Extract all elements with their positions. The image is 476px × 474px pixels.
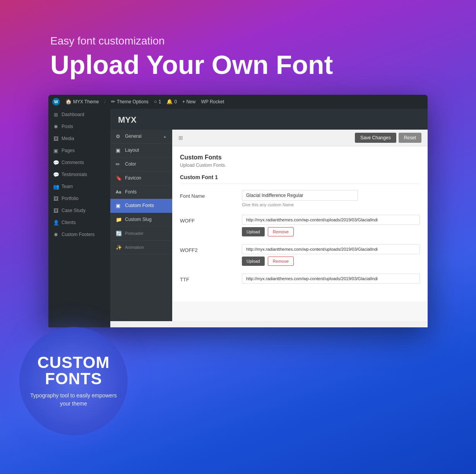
font-name-hint: Give this any custom Name (242, 202, 420, 207)
sidebar-item-custom-footers[interactable]: ✱ Custom Footers (48, 229, 110, 241)
sidebar-item-comments[interactable]: 💬 Comments (48, 157, 110, 169)
toolbar-rocket[interactable]: WP Rocket (201, 99, 224, 104)
pencil-icon: ✏ (111, 99, 115, 104)
circle-title-top: CUSTOM (37, 354, 110, 371)
sidebar-item-pages[interactable]: ▣ Pages (48, 145, 110, 157)
woff-url-input[interactable] (242, 215, 420, 225)
options-sidebar: ⚙ General ▲ ▣ Layout ✏ Color (110, 130, 172, 321)
options-panel: ⚙ General ▲ ▣ Layout ✏ Color (110, 130, 428, 321)
ttf-url-input[interactable] (242, 274, 420, 284)
font-name-input[interactable] (242, 190, 358, 201)
section-title: Custom Fonts (180, 154, 420, 161)
grid-view-icon[interactable]: ⊞ (178, 135, 183, 141)
wp-toolbar: W 🏠 MYX Theme / ✏ Theme Options ○ 1 🔔 0 … (48, 95, 428, 109)
chevron-up-icon: ▲ (163, 134, 167, 139)
toolbar-new[interactable]: + New (182, 99, 195, 104)
circle-title-bottom: FONTS (45, 371, 102, 387)
team-icon: 👥 (53, 184, 58, 190)
options-sidebar-layout[interactable]: ▣ Layout (110, 144, 172, 157)
home-icon: 🏠 (65, 99, 72, 104)
woff2-url-input[interactable] (242, 244, 420, 254)
options-sidebar-preloader[interactable]: 🔄 Preloader (110, 227, 172, 241)
woff2-row: WOFF2 Upload Remove (180, 244, 420, 266)
comments-icon: 💬 (53, 160, 58, 166)
woff-row: WOFF Upload Remove (180, 215, 420, 236)
main-background: Easy font customization Upload Your Own … (0, 0, 476, 474)
sidebar-item-media[interactable]: 🖼 Media (48, 133, 110, 145)
ttf-label: TTF (180, 274, 242, 282)
toolbar-notifications[interactable]: 🔔 0 (166, 99, 177, 104)
general-icon: ⚙ (116, 133, 122, 139)
options-sidebar-favicon[interactable]: 🔖 Favicon (110, 171, 172, 185)
color-icon: ✏ (116, 161, 122, 167)
theme-title: MYX (118, 115, 420, 125)
circle-description: Typography tool to easily empowers your … (19, 392, 128, 408)
options-body: Custom Fonts Upload Custom Fonts. Custom… (172, 146, 428, 301)
dashboard-icon: ⊞ (53, 112, 58, 118)
woff2-label: WOFF2 (180, 244, 242, 253)
woff-remove-button[interactable]: Remove (268, 227, 294, 236)
testimonials-icon: 💬 (53, 172, 58, 178)
circle-overlay: CUSTOM FONTS Typography tool to easily e… (19, 327, 128, 435)
media-icon: 🖼 (53, 136, 58, 142)
reset-button[interactable]: Reset (399, 133, 421, 143)
sidebar-item-dashboard[interactable]: ⊞ Dashboard (48, 109, 110, 121)
options-topbar: ⊞ Save Changes Reset (172, 130, 428, 146)
pages-icon: ▣ (53, 148, 58, 154)
woff2-field: Upload Remove (242, 244, 420, 266)
woff-field: Upload Remove (242, 215, 420, 236)
ttf-row: TTF (180, 274, 420, 286)
section-subtitle: Upload Custom Fonts. (180, 163, 420, 168)
woff-upload-button[interactable]: Upload (242, 227, 265, 236)
toolbar-site-name[interactable]: 🏠 MYX Theme (65, 99, 99, 104)
posts-icon: ✱ (53, 124, 58, 130)
font-name-label: Font Name (180, 190, 242, 199)
toolbar-comments[interactable]: ○ 1 (154, 99, 161, 104)
sidebar-item-clients[interactable]: 👤 Clients (48, 217, 110, 229)
font-name-field: Give this any custom Name (242, 190, 420, 207)
ttf-field (242, 274, 420, 286)
sidebar-item-testimonials[interactable]: 💬 Testimonials (48, 169, 110, 181)
subtitle: Easy font customization (50, 35, 476, 47)
woff-actions: Upload Remove (242, 227, 420, 236)
wp-logo: W (52, 98, 60, 106)
headline-section: Easy font customization Upload Your Own … (0, 35, 476, 79)
sidebar-item-portfolio[interactable]: 🖼 Portfolio (48, 193, 110, 205)
custom-footers-icon: ✱ (53, 232, 58, 238)
fonts-icon: Aa (116, 190, 122, 194)
wp-sidebar: ⊞ Dashboard ✱ Posts 🖼 Media ▣ Pages 💬 (48, 109, 110, 327)
woff2-upload-button[interactable]: Upload (242, 257, 265, 266)
layout-icon: ▣ (116, 147, 122, 153)
custom-fonts-icon: ▣ (116, 203, 122, 209)
options-sidebar-custom-slug[interactable]: 📁 Custom Slug (110, 213, 172, 227)
browser-mockup: W 🏠 MYX Theme / ✏ Theme Options ○ 1 🔔 0 … (48, 95, 428, 327)
portfolio-icon: 🖼 (53, 196, 58, 202)
save-changes-button[interactable]: Save Changes (355, 133, 396, 143)
woff2-remove-button[interactable]: Remove (268, 257, 294, 266)
wp-main: ⊞ Dashboard ✱ Posts 🖼 Media ▣ Pages 💬 (48, 109, 428, 327)
options-sidebar-animation[interactable]: ✨ Animation (110, 241, 172, 255)
theme-header: MYX (110, 109, 428, 130)
options-sidebar-fonts[interactable]: Aa Fonts (110, 185, 172, 199)
sidebar-item-posts[interactable]: ✱ Posts (48, 121, 110, 133)
custom-font-1-title: Custom Font 1 (180, 174, 420, 184)
animation-icon: ✨ (116, 245, 122, 250)
sidebar-item-team[interactable]: 👥 Team (48, 181, 110, 193)
options-content: ⊞ Save Changes Reset Custom Fonts Upload… (172, 130, 428, 321)
preloader-icon: 🔄 (116, 231, 122, 236)
woff-label: WOFF (180, 215, 242, 224)
options-sidebar-general[interactable]: ⚙ General ▲ (110, 130, 172, 144)
case-study-icon: 🖼 (53, 208, 58, 214)
wp-content: MYX ⚙ General ▲ ▣ (110, 109, 428, 327)
custom-slug-icon: 📁 (116, 217, 122, 222)
main-title: Upload Your Own Font (50, 50, 476, 79)
options-sidebar-custom-fonts[interactable]: ▣ Custom Fonts (110, 199, 172, 213)
woff2-actions: Upload Remove (242, 257, 420, 266)
sidebar-item-case-study[interactable]: 🖼 Case Study (48, 205, 110, 217)
clients-icon: 👤 (53, 220, 58, 226)
options-sidebar-color[interactable]: ✏ Color (110, 157, 172, 171)
toolbar-theme-options[interactable]: ✏ Theme Options (111, 99, 149, 104)
favicon-icon: 🔖 (116, 175, 122, 181)
bubble-icon: ○ (154, 99, 157, 104)
bell-icon: 🔔 (166, 99, 173, 104)
